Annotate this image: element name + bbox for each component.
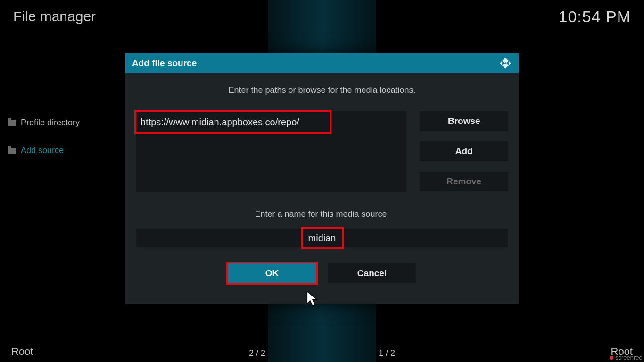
- ok-label: OK: [265, 268, 279, 279]
- kodi-logo-icon: [499, 57, 512, 70]
- add-file-source-dialog: Add file source Enter the paths or brows…: [125, 53, 519, 304]
- screenrec-watermark: screenrec: [610, 354, 642, 361]
- watermark-text: screenrec: [615, 354, 642, 361]
- name-instruction: Enter a name for this media source.: [136, 209, 508, 219]
- folder-icon: [8, 120, 16, 126]
- sidebar-item-label: Profile directory: [21, 118, 80, 128]
- footer-bar: Root Root: [0, 341, 644, 362]
- path-action-buttons: Browse Add Remove: [420, 111, 508, 192]
- footer-left-label: Root: [11, 346, 33, 358]
- dialog-body: Enter the paths or browse for the media …: [125, 73, 519, 283]
- ok-button[interactable]: OK: [228, 263, 316, 283]
- dialog-title: Add file source: [132, 58, 197, 68]
- name-input-wrap: midian: [136, 229, 508, 247]
- sidebar-item-add-source[interactable]: Add source: [7, 142, 115, 159]
- sidebar-item-profile-directory[interactable]: Profile directory: [7, 114, 115, 132]
- clock: 10:54 PM: [558, 8, 631, 26]
- source-name-input[interactable]: midian: [136, 229, 508, 247]
- browse-button[interactable]: Browse: [420, 111, 508, 131]
- left-sidebar: Profile directory Add source: [7, 114, 115, 170]
- cancel-button[interactable]: Cancel: [328, 263, 416, 283]
- paths-row: https://www.midian.appboxes.co/repo/ Bro…: [136, 111, 508, 192]
- top-bar: File manager 10:54 PM: [0, 0, 644, 33]
- paths-instruction: Enter the paths or browse for the media …: [136, 85, 508, 95]
- name-section: Enter a name for this media source. midi…: [136, 209, 508, 283]
- folder-icon: [8, 148, 16, 154]
- sidebar-item-label: Add source: [21, 146, 64, 156]
- dialog-header: Add file source: [125, 53, 519, 73]
- dialog-action-row: OK Cancel: [136, 263, 508, 283]
- path-input[interactable]: https://www.midian.appboxes.co/repo/: [136, 111, 406, 133]
- source-name-value: midian: [308, 233, 336, 244]
- record-dot-icon: [610, 356, 613, 360]
- paths-list: https://www.midian.appboxes.co/repo/: [136, 111, 406, 192]
- remove-button: Remove: [420, 172, 508, 191]
- page-title: File manager: [13, 8, 96, 25]
- add-button[interactable]: Add: [420, 141, 508, 161]
- path-value: https://www.midian.appboxes.co/repo/: [140, 117, 299, 128]
